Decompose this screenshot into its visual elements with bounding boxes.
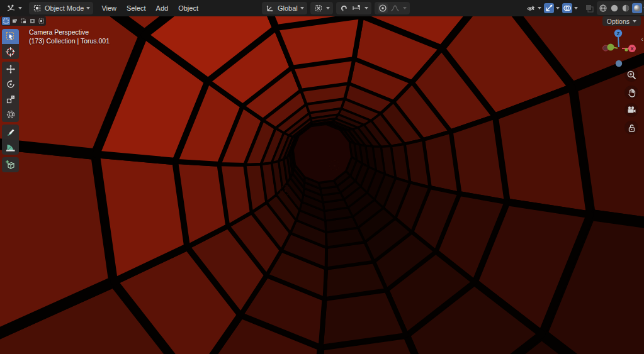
tool-annotate[interactable] [2, 124, 19, 140]
shading-solid-button[interactable] [609, 3, 619, 13]
chevron-down-icon [403, 7, 407, 9]
toolbar [2, 29, 19, 172]
select-mode-group [1, 16, 46, 26]
tool-rotate[interactable] [2, 77, 19, 92]
viewport-overlay-text: Camera Perspective (173) Collection | To… [29, 28, 110, 45]
active-object-label: (173) Collection | Torus.001 [29, 36, 110, 45]
menu-view[interactable]: View [97, 4, 121, 12]
zoom-icon [626, 70, 636, 80]
chevron-down-icon [300, 7, 304, 9]
blender-window: Object Mode View Select Add Object Globa… [0, 0, 644, 354]
header-right-cluster [526, 0, 644, 16]
pivot-point-icon [314, 3, 324, 13]
toolbar-group [2, 62, 19, 122]
proportional-editing-icon [378, 3, 388, 13]
y-axis-line [614, 48, 618, 48]
chevron-down-icon [86, 7, 90, 9]
xray-toggle[interactable] [584, 3, 594, 13]
select-mode-extend[interactable] [11, 17, 19, 25]
navigation-gizmo[interactable]: Z X [598, 28, 638, 68]
tool-move[interactable] [2, 62, 19, 77]
chevron-down-icon [18, 7, 22, 9]
select-mode-intersect[interactable] [37, 17, 45, 25]
tool-add-cube[interactable] [2, 157, 19, 172]
select-mode-subtract[interactable] [20, 17, 28, 25]
lock-icon [627, 123, 636, 133]
chevron-down-icon [556, 7, 560, 9]
menu-add[interactable]: Add [152, 4, 173, 12]
show-gizmos-toggle[interactable] [544, 3, 560, 13]
camera-view-button[interactable] [624, 103, 638, 117]
show-overlays-toggle[interactable] [562, 3, 578, 13]
tool-cursor[interactable] [2, 44, 19, 59]
sidebar-collapse-arrow[interactable]: ‹ [641, 35, 643, 43]
x-axis-label: X [630, 46, 633, 52]
lock-button[interactable] [624, 121, 638, 135]
chevron-down-icon [364, 7, 368, 9]
z-axis-line [618, 36, 619, 47]
object-mode-icon [32, 3, 42, 13]
axis-ball-neg-z[interactable] [616, 60, 622, 67]
menu-select[interactable]: Select [122, 4, 150, 12]
shading-wireframe-button[interactable] [598, 3, 608, 13]
transform-orientation-icon [265, 3, 275, 13]
tool-measure[interactable] [2, 140, 19, 155]
viewport-header: Object Mode View Select Add Object Globa… [0, 0, 644, 16]
editor-type-icon [6, 3, 16, 13]
chevron-down-icon [538, 7, 541, 9]
proportional-editing-group[interactable] [375, 2, 410, 14]
shading-group [597, 1, 644, 15]
show-gizmos-icon [544, 3, 554, 13]
tool-transform[interactable] [2, 107, 19, 122]
z-axis-label: Z [617, 31, 620, 36]
tool-select-box[interactable] [2, 29, 19, 44]
tool-scale[interactable] [2, 92, 19, 107]
snap-magnet-icon [339, 3, 349, 13]
camera-view-icon [626, 105, 636, 115]
tunnel-svg[interactable] [0, 16, 644, 354]
pan-button[interactable] [624, 86, 638, 99]
toolbar-group [2, 124, 19, 155]
header-center-cluster: Global [262, 0, 410, 16]
snap-increment-icon [352, 3, 362, 13]
object-origin-marker [329, 160, 339, 170]
orientation-dropdown[interactable]: Global [262, 2, 307, 14]
toolbar-group [2, 157, 19, 172]
pan-hand-icon [627, 88, 636, 97]
mode-dropdown[interactable]: Object Mode [29, 2, 93, 14]
axis-ball-y[interactable] [607, 44, 614, 51]
chevron-down-icon [326, 7, 330, 9]
mode-label: Object Mode [45, 4, 84, 12]
menu-object[interactable]: Object [174, 4, 203, 12]
chevron-down-icon [574, 7, 578, 9]
shading-material-button[interactable] [621, 3, 631, 13]
show-object-types-dropdown[interactable] [526, 3, 541, 13]
snap-group[interactable] [336, 2, 371, 14]
toolbar-group [2, 29, 19, 59]
editor-type-button[interactable] [3, 2, 25, 14]
zoom-button[interactable] [624, 68, 638, 82]
select-mode-set[interactable] [2, 17, 10, 25]
orientation-label: Global [278, 4, 298, 12]
options-label: Options [607, 18, 630, 25]
shading-rendered-button[interactable] [632, 3, 642, 13]
3d-viewport[interactable]: Camera Perspective (173) Collection | To… [0, 16, 644, 354]
view-name-label: Camera Perspective [29, 28, 110, 36]
show-object-types-icon [526, 3, 536, 13]
select-mode-invert[interactable] [28, 17, 37, 25]
viewport-nav-controls [624, 68, 638, 135]
object-origin-marker [280, 185, 290, 196]
show-overlays-icon [562, 3, 572, 13]
falloff-curve-icon [390, 3, 400, 13]
pivot-point-dropdown[interactable] [310, 2, 333, 14]
options-button[interactable]: Options [602, 16, 641, 26]
chevron-down-icon [633, 20, 636, 23]
axis-ball-neg-y[interactable] [624, 48, 628, 51]
header-left-cluster: Object Mode View Select Add Object [3, 0, 203, 16]
